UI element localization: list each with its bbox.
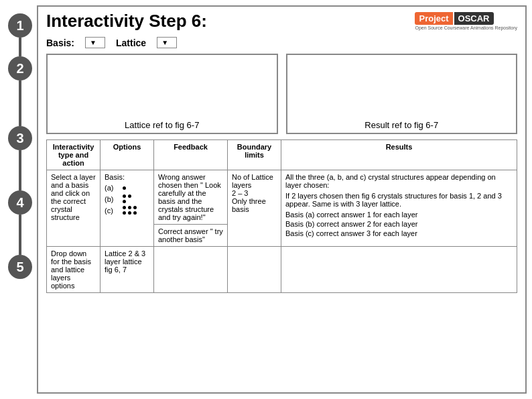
result-4: Basis (b) correct answer 2 for each laye… bbox=[285, 220, 513, 228]
options-content: Basis: (a) (b) bbox=[105, 173, 149, 215]
dot-pattern-a bbox=[123, 186, 126, 190]
dot-pattern-c bbox=[123, 206, 137, 215]
th-boundary: Boundary limits bbox=[228, 140, 281, 170]
cell-feedback-2 bbox=[154, 247, 228, 293]
type-text-1: Select a layer and a basis and click on … bbox=[51, 173, 96, 221]
boundary-label: No of Lattice layers bbox=[232, 173, 273, 189]
table-row-3: Drop down for the basis and lattice laye… bbox=[47, 247, 517, 293]
cell-feedback-correct: Correct answer " try another basis" bbox=[154, 225, 228, 247]
page-title: Interactivity Step 6: bbox=[46, 11, 207, 32]
feedback-wrong: Wrong answer chosen then " Look carefull… bbox=[158, 173, 221, 221]
option-a: (a) bbox=[105, 184, 113, 192]
lattice-label: Lattice bbox=[116, 38, 146, 48]
step-2-circle: 2 bbox=[8, 56, 32, 80]
logo-oscar: OSCAR bbox=[454, 12, 494, 25]
cell-type-1: Select a layer and a basis and click on … bbox=[47, 170, 101, 247]
logo-subtitle: Open Source Courseware Animations Reposi… bbox=[415, 25, 517, 30]
cell-type-2: Drop down for the basis and lattice laye… bbox=[47, 247, 101, 293]
result-box: Result ref to fig 6-7 bbox=[286, 54, 518, 134]
th-results: Results bbox=[281, 140, 517, 170]
logo: Project OSCAR bbox=[415, 12, 517, 25]
table-header-row: Interactivity type and action Options Fe… bbox=[47, 140, 517, 170]
lattice-dropdown[interactable]: ▼ bbox=[157, 37, 177, 48]
lattice-box: Lattice ref to fig 6-7 bbox=[46, 54, 278, 134]
cell-boundary-1: No of Lattice layers 2 – 3 Only three ba… bbox=[228, 170, 281, 247]
th-feedback: Feedback bbox=[154, 140, 228, 170]
dot-pattern-b bbox=[123, 194, 131, 203]
result-2: If 2 layers chosen then fig 6 crystals s… bbox=[285, 192, 513, 208]
cell-results-2 bbox=[281, 247, 517, 293]
cell-boundary-2 bbox=[228, 247, 281, 293]
step-4-circle: 4 bbox=[8, 190, 32, 215]
result-5: Basis (c) correct answer 3 for each laye… bbox=[285, 229, 513, 237]
info-table: Interactivity type and action Options Fe… bbox=[46, 139, 517, 293]
type-text-2: Drop down for the basis and lattice laye… bbox=[51, 249, 91, 290]
result-3: Basis (a) correct answer 1 for each laye… bbox=[285, 211, 513, 219]
options-text-2: Lattice 2 & 3 layer lattice fig 6, 7 bbox=[105, 249, 145, 274]
step-line-4 bbox=[19, 215, 21, 255]
lattice-dropdown-arrow: ▼ bbox=[161, 39, 168, 46]
boundary-range: 2 – 3 bbox=[232, 189, 248, 197]
header-row: Interactivity Step 6: Project OSCAR Open… bbox=[38, 7, 525, 34]
content-boxes: Lattice ref to fig 6-7 Result ref to fig… bbox=[38, 51, 525, 137]
step-1-circle: 1 bbox=[8, 13, 32, 38]
page: 1 2 3 4 5 Interactivity Step 6: Project … bbox=[0, 0, 532, 399]
step-5-circle: 5 bbox=[8, 255, 32, 279]
step-line-2 bbox=[19, 80, 21, 126]
logo-area: Project OSCAR Open Source Courseware Ani… bbox=[415, 12, 517, 30]
boundary-note: Only three basis bbox=[232, 197, 266, 213]
step-3-circle: 3 bbox=[8, 126, 32, 150]
lattice-box-label: Lattice ref to fig 6-7 bbox=[125, 120, 199, 130]
controls-row: Basis: ▼ Lattice ▼ bbox=[38, 34, 525, 51]
result-box-label: Result ref to fig 6-7 bbox=[364, 120, 438, 130]
cell-options-1: Basis: (a) (b) bbox=[101, 170, 154, 247]
cell-options-2: Lattice 2 & 3 layer lattice fig 6, 7 bbox=[101, 247, 154, 293]
option-c: (c) bbox=[105, 207, 113, 215]
result-1: All the three (a, b, and c) crystal stru… bbox=[285, 173, 513, 189]
cell-feedback-1: Wrong answer chosen then " Look carefull… bbox=[154, 170, 228, 225]
basis-label: Basis: bbox=[46, 38, 74, 48]
feedback-correct: Correct answer " try another basis" bbox=[158, 227, 223, 243]
options-basis-label: Basis: bbox=[105, 173, 125, 181]
main-content: Interactivity Step 6: Project OSCAR Open… bbox=[37, 5, 527, 394]
table-row-1: Select a layer and a basis and click on … bbox=[47, 170, 517, 225]
table-wrapper: Interactivity type and action Options Fe… bbox=[38, 139, 525, 297]
th-options: Options bbox=[101, 140, 154, 170]
option-b: (b) bbox=[105, 195, 113, 203]
logo-project: Project bbox=[415, 12, 452, 25]
results-content: All the three (a, b, and c) crystal stru… bbox=[285, 173, 513, 237]
step-line-1 bbox=[19, 38, 21, 56]
basis-dropdown[interactable]: ▼ bbox=[85, 37, 105, 48]
th-type: Interactivity type and action bbox=[47, 140, 101, 170]
basis-dropdown-arrow: ▼ bbox=[90, 39, 96, 46]
step-indicators: 1 2 3 4 5 bbox=[0, 0, 40, 399]
step-line-3 bbox=[19, 150, 21, 190]
cell-results-1: All the three (a, b, and c) crystal stru… bbox=[281, 170, 517, 247]
